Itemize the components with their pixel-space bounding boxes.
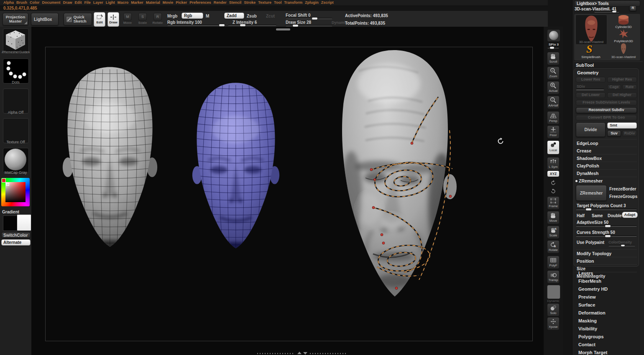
tool-thumb-polymesh[interactable]: PolyMesh3D <box>608 29 639 42</box>
menu-stroke[interactable]: Stroke <box>244 0 256 5</box>
aahalf-tool[interactable]: AAHalf <box>547 96 560 109</box>
rsdiv-toggle[interactable]: RsDiv <box>622 130 637 137</box>
reconstruct-subdiv-button[interactable]: Reconstruct Subdiv <box>576 107 637 113</box>
quick-sketch-button[interactable]: Quick Sketch <box>64 13 92 25</box>
color-density-slider[interactable] <box>608 244 635 248</box>
section-visibility[interactable]: Visibility <box>578 326 597 331</box>
section-edgeloop[interactable]: EdgeLoop <box>577 141 598 146</box>
menu-file[interactable]: File <box>84 0 91 5</box>
suv-toggle[interactable]: Suv <box>607 130 621 137</box>
persp-toggle[interactable]: Persp <box>547 111 560 124</box>
double-button[interactable]: Double <box>608 213 622 218</box>
switch-color-button[interactable]: SwitchColor <box>1 232 31 238</box>
menu-stencil[interactable]: Stencil <box>229 0 242 5</box>
move-button[interactable]: M Move <box>122 13 133 25</box>
menu-color[interactable]: Color <box>30 0 40 5</box>
section-deformation[interactable]: Deformation <box>578 310 606 315</box>
texture-thumbnail[interactable] <box>3 118 29 143</box>
use-polypaint-toggle[interactable]: Use Polypaint <box>577 240 604 245</box>
del-higher-button[interactable]: Del Higher <box>607 92 637 98</box>
freeze-subdivision-button[interactable]: Freeze SubDivision Levels <box>576 100 637 106</box>
projection-master-button[interactable]: Projection Master <box>3 13 28 25</box>
solo-toggle[interactable]: Solo <box>547 303 560 317</box>
menu-alpha[interactable]: Alpha <box>3 0 14 5</box>
secondary-color-swatch[interactable] <box>17 214 31 231</box>
tray-expand-up-arrow[interactable] <box>297 352 302 354</box>
section-shadowbox[interactable]: ShadowBox <box>577 156 602 161</box>
zremesher-button[interactable]: ZRemesher <box>576 185 607 201</box>
menu-render[interactable]: Render <box>214 0 227 5</box>
menu-draw[interactable]: Draw <box>63 0 72 5</box>
menu-marker[interactable]: Marker <box>131 0 143 5</box>
section-polygroups[interactable]: Polygroups <box>578 334 604 339</box>
alternate-button[interactable]: Alternate <box>1 239 31 246</box>
section-zremesher[interactable]: ZRemesher <box>579 178 603 183</box>
section-surface[interactable]: Surface <box>578 302 595 307</box>
current-brush-thumbnail[interactable] <box>3 28 29 53</box>
section-masking[interactable]: Masking <box>578 318 597 323</box>
scale-canvas-tool[interactable]: S Scale <box>547 226 560 239</box>
section-claypolish[interactable]: ClayPolish <box>577 163 599 168</box>
lsym-toggle[interactable]: L.Sym <box>547 157 560 170</box>
lightbox-button[interactable]: LightBox <box>31 13 59 25</box>
menu-transform[interactable]: Transform <box>284 0 302 5</box>
alpha-thumbnail[interactable] <box>3 89 29 114</box>
menu-material[interactable]: Material <box>146 0 160 5</box>
frame-tool[interactable]: Frame <box>547 196 560 210</box>
menu-layer[interactable]: Layer <box>93 0 103 5</box>
menu-brush[interactable]: Brush <box>16 0 27 5</box>
transparency-toggle[interactable]: Transp <box>547 270 560 284</box>
adaptive-size-slider[interactable] <box>576 224 637 228</box>
main-color-swatch[interactable] <box>3 216 18 231</box>
section-geometry[interactable]: Geometry <box>577 70 598 75</box>
stroke-thumbnail[interactable] <box>3 58 29 84</box>
cage-button[interactable]: Cage <box>607 84 621 90</box>
del-lower-button[interactable]: Del Lower <box>576 92 606 98</box>
divide-button[interactable]: Divide <box>576 122 606 137</box>
section-layers[interactable]: Layers <box>578 271 593 276</box>
r-button[interactable]: R <box>629 5 636 11</box>
zcut-toggle[interactable]: Zcut <box>266 14 275 18</box>
actual-tool[interactable]: Actual <box>547 81 560 94</box>
local-toggle[interactable]: Local <box>547 140 560 155</box>
section-position[interactable]: Position <box>577 259 594 264</box>
menu-tool[interactable]: Tool <box>274 0 281 5</box>
gradient-label[interactable]: Gradient <box>0 210 31 214</box>
spix-slider[interactable] <box>547 46 559 50</box>
menu-zplugin[interactable]: Zplugin <box>305 0 319 5</box>
section-dynamesh[interactable]: DynaMesh <box>577 171 599 176</box>
polyframe-toggle[interactable]: PolyF <box>547 256 560 269</box>
color-picker[interactable] <box>1 178 30 206</box>
tool-thumb-scan-small[interactable]: 3D-scan-Vlastimil <box>608 43 639 59</box>
section-subtool[interactable]: SubTool <box>576 63 594 68</box>
menu-document[interactable]: Document <box>42 0 60 5</box>
section-contact[interactable]: Contact <box>578 342 595 347</box>
freeze-border-toggle[interactable]: FreezeBorder <box>609 187 636 191</box>
sdiv-slider[interactable] <box>576 88 604 91</box>
viewport-canvas[interactable] <box>31 27 547 355</box>
mrgb-toggle[interactable]: Mrgb <box>167 14 177 18</box>
menu-macro[interactable]: Macro <box>118 0 129 5</box>
tool-thumb-simplebrush[interactable]: S SimpleBrush <box>575 45 606 59</box>
xyz-toggle[interactable]: XYZ <box>547 170 560 177</box>
m-toggle[interactable]: M <box>206 14 209 18</box>
tool-thumb-active[interactable]: 3D-scan-Vlastimil <box>575 15 607 45</box>
menu-zscript[interactable]: Zscript <box>321 0 334 5</box>
section-preview[interactable]: Preview <box>578 294 596 299</box>
zsub-toggle[interactable]: Zsub <box>247 14 257 18</box>
menu-edit[interactable]: Edit <box>74 0 82 5</box>
xpose-tool[interactable]: Xpose <box>547 317 560 330</box>
scale-button[interactable]: S Scale <box>137 13 148 25</box>
same-button[interactable]: Same <box>592 213 603 218</box>
menu-movie[interactable]: Movie <box>163 0 174 5</box>
scroll-tool[interactable]: Scroll <box>547 52 560 65</box>
adapt-toggle[interactable]: Adapt <box>622 212 638 218</box>
curves-strength-slider[interactable] <box>576 234 637 238</box>
freeze-groups-toggle[interactable]: FreezeGroups <box>609 194 637 199</box>
floor-toggle[interactable]: Floor <box>547 125 560 139</box>
menu-texture[interactable]: Texture <box>258 0 271 5</box>
section-morph-target[interactable]: Morph Target <box>578 350 607 355</box>
tray-expand-down-arrow[interactable] <box>303 352 307 355</box>
higher-res-button[interactable]: Higher Res <box>607 77 637 83</box>
menu-preferences[interactable]: Preferences <box>189 0 211 5</box>
